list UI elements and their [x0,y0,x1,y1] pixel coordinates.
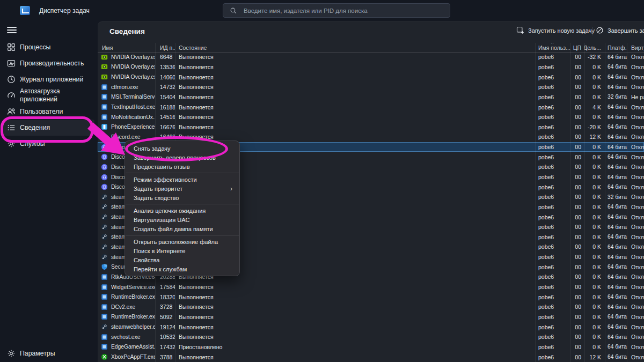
column-header-user[interactable]: ^Имя польз... [535,43,570,52]
window-icon [101,84,108,91]
sidebar-item-app-history[interactable]: Журнал приложений [3,71,94,87]
process-status: Выполняется [175,294,535,300]
process-name: RuntimeBroker.exe [111,294,155,300]
process-status: Выполняется [175,314,535,320]
sidebar-item-label: Сведения [20,124,50,132]
process-user: pobe6 [535,174,570,180]
context-menu-item[interactable]: Задать сходство [125,193,239,202]
process-platform: 64 бита [605,314,627,320]
table-row[interactable]: MoNotificationUx...14516Выполняетсяpobe6… [98,112,644,122]
context-menu-item[interactable]: Снять задачу [125,144,239,153]
process-status: Выполняется [175,134,535,140]
process-name: NVIDIA Overlay.exe [111,64,155,70]
process-delta: 0 K [584,64,605,70]
process-name: svchost.exe [111,334,140,340]
context-menu-item[interactable]: Виртуализация UAC [125,215,239,224]
sidebar-item-services[interactable]: Службы [3,136,94,152]
column-header-status[interactable]: Состояние [175,43,535,52]
context-menu-item[interactable]: Создать файл дампа памяти [125,224,239,233]
end-task-button[interactable]: Завершить задачу [596,26,644,34]
column-header-delta[interactable]: Дель... [584,43,605,52]
column-header-virt[interactable]: Вирту [627,43,644,52]
run-new-task-button[interactable]: Запустить новую задачу [516,26,595,34]
process-user: pobe6 [535,314,570,320]
process-user: pobe6 [535,254,570,260]
process-delta: 0 K [584,304,605,310]
column-separator [535,43,536,362]
process-cpu: 00 [570,243,584,250]
process-user: pobe6 [535,104,570,110]
process-status: Выполняется [175,324,535,330]
process-virtualization: Отключено [627,194,644,200]
table-row[interactable]: DCv2.exe3728Выполняетсяpobe6000 K64 бита… [98,302,644,312]
process-platform: 64 бита [605,254,627,260]
sidebar-item-startup[interactable]: Автозагрузка приложений [3,87,94,104]
context-menu-item[interactable]: Поиск в Интернете [125,246,239,255]
column-header-name[interactable]: Имя [98,43,155,52]
process-virtualization: Отключено [627,284,644,290]
sidebar-item-users[interactable]: Пользователи [3,104,94,120]
process-user: pobe6 [535,344,570,350]
table-row[interactable]: EdgeGameAssist.exe17432Приостановленоpob… [98,342,644,352]
navigation-toggle-button[interactable] [7,25,17,34]
table-row[interactable]: MSI.TerminalServer...15404Выполняетсяpob… [98,92,644,102]
process-pid: 14516 [155,114,175,120]
steam-icon [101,243,108,250]
process-name: DCv2.exe [111,304,135,310]
sidebar-item-label: Пользователи [20,108,63,116]
process-delta: 0 K [584,324,605,330]
process-cpu: 00 [570,214,584,220]
sidebar-item-processes[interactable]: Процессы [3,39,94,55]
users-icon [7,107,16,116]
table-row[interactable]: RuntimeBroker.exe5092Выполняетсяpobe6000… [98,312,644,322]
window-icon [101,284,108,291]
process-delta: 0 K [584,204,605,210]
column-header-pid[interactable]: ИД п... [155,43,175,52]
context-menu-item[interactable]: Завершить дерево процессов [125,153,239,162]
process-platform: 64 бита [605,214,627,220]
process-name-cell: EdgeGameAssist.exe [98,343,155,350]
sidebar-item-performance[interactable]: Производительность [3,55,94,71]
column-header-cpu[interactable]: ЦП [570,43,584,52]
process-platform: 64 бита [605,234,627,240]
table-row[interactable]: RuntimeBroker.exe18320Выполняетсяpobe600… [98,292,644,302]
search-input[interactable] [243,7,443,14]
column-header-platform[interactable]: Платф... [605,43,627,52]
table-row[interactable]: svchost.exe10532Выполняетсяpobe6000 K64 … [98,332,644,342]
table-row[interactable]: NVIDIA Overlay.exe14060Выполняетсяpobe60… [98,72,644,82]
table-row[interactable]: XboxPcAppFT.exe3788Выполняетсяpobe60012 … [98,352,644,362]
process-pid: 16188 [155,104,175,110]
process-pid: 5092 [155,314,175,320]
page-title: Сведения [109,27,145,35]
process-cpu: 00 [570,184,584,190]
context-menu-item[interactable]: Открыть расположение файла [125,237,239,246]
table-row[interactable]: NVIDIA Overlay.exe13536Выполняетсяpobe60… [98,62,644,72]
table-row[interactable]: NVIDIA Overlay.exe6648Выполняетсяpobe600… [98,52,644,62]
process-name-cell: Discord.exe [98,134,155,141]
app-history-icon [7,75,16,84]
process-name-cell: NVIDIA Overlay.exe [98,54,155,61]
sidebar-item-settings[interactable]: Параметры [3,345,94,361]
context-menu-item[interactable]: Режим эффективности [125,175,239,184]
table-row[interactable]: steamwebhelper.exe19124Выполняетсяpobe60… [98,322,644,332]
context-menu-item[interactable]: Анализ цепочки ожидания [125,206,239,215]
process-virtualization: Отключено [627,84,644,90]
process-user: pobe6 [535,264,570,270]
table-row[interactable]: ctfmon.exe14732Выполняетсяpobe6000 K64 б… [98,82,644,92]
process-name: NVIDIA Overlay.exe [111,74,155,80]
context-menu-item[interactable]: Свойства [125,255,239,264]
search-box[interactable] [223,3,450,18]
end-task-icon [596,26,604,34]
title-bar: Диспетчер задач [0,0,644,21]
table-row[interactable]: TextInputHost.exe16188Выполняетсяpobe600… [98,102,644,112]
process-pid: 3728 [155,304,175,310]
process-virtualization: Отключено [627,354,644,360]
process-platform: 64 бита [605,304,627,310]
context-menu-item[interactable]: Предоставить отзыв [125,162,239,171]
context-menu-item[interactable]: Задать приоритет› [125,184,239,193]
table-row[interactable]: PhoneExperienceH...16676Выполняетсяpobe6… [98,122,644,132]
process-name: MoNotificationUx... [111,114,155,120]
sidebar-item-details[interactable]: Сведения [3,120,94,136]
context-menu-item[interactable]: Перейти к службам [125,264,239,274]
table-row[interactable]: WidgetService.exe17584Выполняетсяpobe600… [98,282,644,292]
